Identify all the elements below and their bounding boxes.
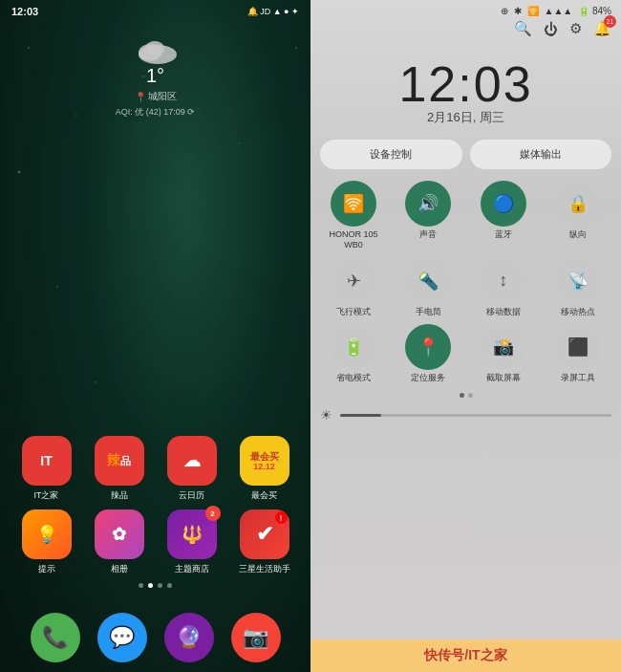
qs-orientation[interactable]: 🔒 纵向 bbox=[545, 181, 611, 250]
app-row-2: 💡 提示 ✿ 相册 2 🔱 主题商店 ✔! bbox=[0, 509, 310, 575]
dock-bixby[interactable]: 🔮 bbox=[164, 613, 214, 662]
app-label-best-buy: 最会买 bbox=[251, 489, 277, 502]
qs-screen-recorder[interactable]: ⬛ 录屏工具 bbox=[545, 324, 611, 383]
right-status-bluetooth-icon: ⊕ bbox=[501, 6, 508, 16]
qs-orientation-label: 纵向 bbox=[569, 229, 587, 240]
dock-messages[interactable]: 💬 bbox=[97, 613, 147, 662]
page-dot-3 bbox=[158, 583, 162, 588]
qs-power-save[interactable]: 🔋 省电模式 bbox=[320, 324, 387, 383]
qs-mobile-data-label: 移动数据 bbox=[486, 307, 521, 317]
brightness-track[interactable] bbox=[340, 414, 611, 417]
watermark-text: 快传号/IT之家 bbox=[424, 647, 506, 664]
app-cloud-cal[interactable]: ☁ 云日历 bbox=[164, 436, 220, 502]
quick-settings-grid: 🛜 HONOR 105WB0 🔊 声音 🔵 蓝牙 🔒 纵向 ✈ 飞行模式 🔦 手… bbox=[310, 175, 621, 389]
app-tips[interactable]: 💡 提示 bbox=[19, 509, 75, 575]
app-it-home[interactable]: IT IT之家 bbox=[19, 436, 75, 502]
settings-icon[interactable]: ⚙ bbox=[569, 20, 582, 37]
left-status-bar: 12:03 🔔 JD ▲ ● ✦ bbox=[0, 0, 310, 19]
clock-section: 12:03 2月16日, 周三 bbox=[310, 41, 621, 134]
qs-location-circle: 📍 bbox=[405, 324, 451, 370]
right-status-star-icon: ✱ bbox=[514, 6, 522, 16]
app-label-theme-shop: 主题商店 bbox=[175, 563, 209, 575]
app-icon-camera: ✿ bbox=[95, 509, 144, 559]
app-icon-lapin: 辣品 bbox=[95, 436, 144, 486]
right-panel: ⊕ ✱ 🛜 ▲▲▲ 🔋 84% 🔍 ⏻ ⚙ 🔔 21 12:03 2月16日, … bbox=[310, 0, 621, 672]
qs-power-save-label: 省电模式 bbox=[336, 373, 371, 383]
qs-screen-recorder-circle: ⬛ bbox=[555, 324, 601, 370]
qs-sound-label: 声音 bbox=[419, 229, 437, 240]
dock-phone[interactable]: 📞 bbox=[31, 613, 80, 662]
tab-device-control[interactable]: 设备控制 bbox=[320, 140, 462, 169]
qs-screen-recorder-label: 录屏工具 bbox=[561, 373, 595, 383]
app-camera[interactable]: ✿ 相册 bbox=[92, 509, 147, 575]
app-label-tips: 提示 bbox=[38, 563, 55, 575]
page-dot-2 bbox=[148, 583, 153, 588]
weather-temp: 1° bbox=[146, 65, 164, 87]
qs-flashlight-label: 手电筒 bbox=[416, 307, 441, 317]
qs-bluetooth-circle: 🔵 bbox=[481, 181, 526, 227]
search-icon[interactable]: 🔍 bbox=[514, 20, 532, 37]
brightness-fill bbox=[340, 414, 381, 417]
control-tabs: 设备控制 媒体输出 bbox=[310, 134, 621, 175]
qs-flashlight-circle: 🔦 bbox=[405, 258, 451, 304]
notification-icon[interactable]: 🔔 21 bbox=[593, 20, 611, 37]
app-theme-shop[interactable]: 2 🔱 主题商店 bbox=[164, 509, 220, 575]
right-status-signal-icon: ▲▲▲ bbox=[545, 6, 573, 16]
app-row-1: IT IT之家 辣品 辣品 ☁ 云日历 最会买 12.12 bbox=[0, 436, 310, 502]
qs-screenshot-circle: 📸 bbox=[481, 324, 526, 370]
clock-time: 12:03 bbox=[398, 55, 532, 113]
right-status-wifi-icon: 🛜 bbox=[527, 6, 539, 16]
app-label-samsung-assist: 三星生活助手 bbox=[239, 563, 290, 575]
qs-power-save-circle: 🔋 bbox=[331, 324, 376, 370]
page-dot-1 bbox=[139, 583, 143, 588]
power-icon[interactable]: ⏻ bbox=[544, 21, 558, 37]
notification-badge: 21 bbox=[604, 15, 616, 28]
theme-shop-badge: 2 bbox=[205, 506, 221, 521]
qs-bluetooth-label: 蓝牙 bbox=[495, 229, 512, 240]
dock-camera[interactable]: 📷 bbox=[231, 613, 281, 662]
page-dots bbox=[0, 583, 310, 588]
app-icon-best-buy: 最会买 12.12 bbox=[240, 436, 289, 486]
qs-hotspot[interactable]: 📡 移动热点 bbox=[545, 258, 611, 317]
pd-right-1 bbox=[460, 393, 464, 398]
bottom-watermark-bar: 快传号/IT之家 bbox=[310, 639, 621, 672]
app-label-lapin: 辣品 bbox=[111, 489, 128, 502]
qs-airplane-label: 飞行模式 bbox=[336, 307, 371, 317]
app-best-buy[interactable]: 最会买 12.12 最会买 bbox=[237, 436, 292, 502]
cloud-icon bbox=[129, 33, 182, 67]
qs-mobile-data-circle: ↕ bbox=[481, 258, 526, 304]
app-label-it-home: IT之家 bbox=[34, 489, 59, 502]
pd-right-2 bbox=[468, 393, 473, 398]
app-label-camera: 相册 bbox=[111, 563, 128, 575]
qs-orientation-circle: 🔒 bbox=[555, 181, 601, 227]
left-status-icons: 🔔 JD ▲ ● ✦ bbox=[247, 7, 299, 16]
left-icons: 🔔 JD ▲ ● ✦ bbox=[247, 7, 299, 16]
brightness-icon: ☀ bbox=[320, 407, 332, 423]
qs-sound[interactable]: 🔊 声音 bbox=[395, 181, 461, 250]
qs-bluetooth[interactable]: 🔵 蓝牙 bbox=[470, 181, 537, 250]
app-icon-theme-shop: 2 🔱 bbox=[167, 509, 217, 559]
right-status-battery: 🔋 84% bbox=[578, 6, 611, 16]
svg-point-2 bbox=[145, 41, 164, 56]
qs-location-label: 定位服务 bbox=[411, 373, 445, 383]
qs-hotspot-circle: 📡 bbox=[555, 258, 601, 304]
weather-location: 📍 城阳区 bbox=[135, 90, 177, 103]
qs-wifi[interactable]: 🛜 HONOR 105WB0 bbox=[320, 181, 387, 250]
tab-media-output[interactable]: 媒体输出 bbox=[470, 140, 612, 169]
qs-location[interactable]: 📍 定位服务 bbox=[395, 324, 461, 383]
app-label-cloud-cal: 云日历 bbox=[179, 489, 204, 502]
app-icon-cloud-cal: ☁ bbox=[167, 436, 217, 486]
page-dots-right bbox=[310, 393, 621, 398]
qs-screenshot[interactable]: 📸 截取屏幕 bbox=[470, 324, 537, 383]
qs-airplane[interactable]: ✈ 飞行模式 bbox=[320, 258, 387, 317]
qs-hotspot-label: 移动热点 bbox=[561, 307, 595, 317]
qs-flashlight[interactable]: 🔦 手电筒 bbox=[395, 258, 461, 317]
app-samsung-assist[interactable]: ✔! 三星生活助手 bbox=[237, 509, 292, 575]
qs-mobile-data[interactable]: ↕ 移动数据 bbox=[470, 258, 537, 317]
app-icon-samsung-assist: ✔! bbox=[240, 509, 289, 559]
weather-section: 1° 📍 城阳区 AQI: 优 (42) 17:09 ⟳ bbox=[0, 19, 310, 119]
qs-airplane-circle: ✈ bbox=[331, 258, 376, 304]
app-lapin[interactable]: 辣品 辣品 bbox=[92, 436, 147, 502]
qs-sound-circle: 🔊 bbox=[405, 181, 451, 227]
right-status-bar: ⊕ ✱ 🛜 ▲▲▲ 🔋 84% bbox=[310, 0, 621, 18]
